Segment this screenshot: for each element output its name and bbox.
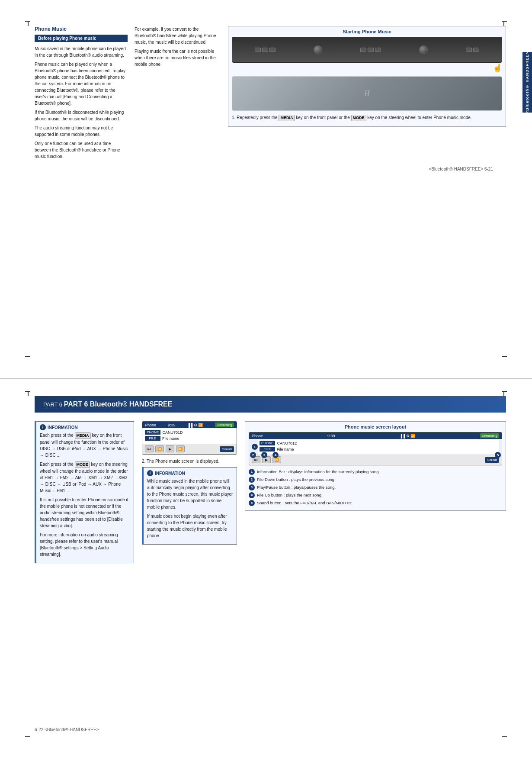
phone-layout-row-2: FILE File name [260,447,497,452]
num-badge-1: 1 [252,444,258,450]
phone-layout-time: 9:39 [327,434,335,438]
ctrl-knob-1 [314,45,322,54]
info-title-text-left: INFORMATION [48,425,78,430]
steering-wheel-image: H [232,76,502,111]
phone-screen-numbered: Phone 9:39 ▐▐ ⚙ 📶 Streaming 1 PHONE [249,432,502,465]
ctrl-prev: ⏪ [155,445,164,452]
margin-mark-v-top-right [503,21,504,26]
phone-screen-body: PHONE CANU701D FILE File name [142,428,237,444]
mid-para-1: For example, if you convert to the Bluet… [135,26,221,45]
streaming-badge: Streaming [215,423,234,427]
side-tab-text: <Bluetooth® HANDSFREE> [525,52,529,113]
num-badge-2: 2 [250,452,256,458]
info-icon-mid: i [147,470,153,476]
phone-layout-phone-val: CANU701D [277,441,297,445]
control-panel-image-wrapper: ☝ [232,37,502,73]
phone-row-1: PHONE CANU701D [145,430,234,435]
ctrl-btn-3 [269,48,276,52]
phone-layout-label: Phone [252,434,263,438]
footer-text-top: <Bluetooth® HANDSFREE> 6-21 [429,167,493,171]
margin-mark-bv-top-right [503,391,504,396]
phone-row-2: FILE File name [145,436,234,441]
top-page: <Bluetooth® HANDSFREE> Phone Music Befor… [0,0,532,379]
top-mid-column: For example, if you convert to the Bluet… [135,26,221,162]
info-title-text-mid: INFORMATION [155,471,185,476]
info-box-left: i INFORMATION Each press of the MEDIA ke… [35,421,134,563]
media-key-badge: MEDIA [279,115,295,122]
ctrl-btn-5 [368,48,374,52]
phone-screen-mockup: Phone 9:39 ▐▐ ⚙ 📶 Streaming PHONE CANU70… [142,421,237,455]
info-box-mid: i INFORMATION While music saved in the m… [142,467,237,545]
phone-label-phone: PHONE [145,430,160,435]
phone-value-phone: CANU701D [162,430,183,435]
sound-button: Sound [220,446,234,452]
num-badge-3: 3 [261,452,267,458]
info-title-left: i INFORMATION [40,424,130,430]
left-para-4: The audio streaming function may not be … [35,125,128,138]
margin-mark-b-bottom-left [25,736,30,737]
top-right-column: Starting Phone Music [228,26,506,162]
list-text-4: File Up button : plays the next song. [257,492,323,498]
list-text-3: Play/Pause button : plays/pauses the son… [257,484,336,490]
bottom-right-column: Phone music screen layout Phone 9:39 ▐▐ … [245,421,506,723]
left-para-1: Music saved in the mobile phone can be p… [35,45,128,58]
page-footer-top: <Bluetooth® HANDSFREE> 6-21 [35,167,506,171]
media-key-1: MEDIA [75,432,91,439]
ctrl-btn-7 [466,48,472,52]
phone-controls-bar: ⏮ ⏪ ▶ ⏩ Sound [142,444,237,454]
page-footer-bottom: 6-22 <Bluetooth® HANDSFREE> [35,727,506,732]
list-num-3: 3 [249,484,255,490]
phone-layout-file-val: File name [277,447,294,452]
list-item-3: 3 Play/Pause button : plays/pauses the s… [249,484,502,490]
list-num-4: 4 [249,492,255,498]
phone-signal-icons: ▐▐ ⚙ 📶 [187,423,203,427]
ctrl-next: ⏩ [176,445,185,452]
phone-music-title: Phone Music [35,26,128,32]
left-para-2: Phone music can be played only when a Bl… [35,61,128,106]
mode-key-1: MODE [75,461,90,468]
phone-screen-header: Phone 9:39 ▐▐ ⚙ 📶 Streaming [142,422,237,428]
phone-screen-layout-title: Phone music screen layout [249,424,502,429]
phone-value-file: File name [162,436,179,441]
left-para-3: If the Bluetooth® is disconnected while … [35,109,128,122]
ctrl-knob-2 [419,45,428,54]
ctrl-btn-row-1 [255,48,276,52]
bottom-left-column: i INFORMATION Each press of the MEDIA ke… [35,421,134,723]
bottom-page: PART 6 PART 6 Bluetooth® HANDSFREE i INF… [0,379,532,758]
margin-mark-b-bottom-right [502,736,507,737]
mid-para-2: Playing music from the car is not possib… [135,48,221,68]
ctrl-btn-6 [375,48,381,52]
phone-label-file: FILE [145,436,160,441]
phone-layout-body: PHONE CANU701D FILE File name [258,440,499,454]
top-left-column: Phone Music Before playing Phone music M… [35,26,128,162]
side-tab-bluetooth: <Bluetooth® HANDSFREE> [522,52,532,113]
list-text-1: Information Bar : displays information f… [257,469,380,474]
phone-layout-controls: 2 ⏮ 3 ▶ 4 ⏩ 5 Sound [249,455,502,465]
list-num-1: 1 [249,469,255,475]
list-text-5: Sound button : sets the FAD/BAL and BAS/… [257,500,354,506]
margin-mark-v-top-left [28,21,29,26]
margin-mark-bottom-right [502,356,507,357]
phone-label-header: Phone [145,423,156,427]
ctrl-play: ▶ [166,445,174,452]
finger-tap-indicator: ☝ [232,63,502,73]
screen-caption: 2. The Phone music screen is displayed. [142,458,237,464]
info-icon-left: i [40,424,46,430]
ctrl-btn-2 [262,48,268,52]
phone-time: 9:39 [168,423,176,427]
starting-phone-music-title: Starting Phone Music [232,29,502,34]
phone-layout-file-label: FILE [260,447,275,452]
numbered-list: 1 Information Bar : displays information… [249,469,502,506]
phone-layout-row-1: PHONE CANU701D [260,441,497,445]
bottom-content-area: i INFORMATION Each press of the MEDIA ke… [35,421,506,723]
info-bar-row: 1 PHONE CANU701D FILE File name [249,439,502,455]
mode-key-badge: MODE [351,115,366,122]
info-para-4: For more information on audio streaming … [40,532,130,558]
part-label: PART 6 [43,401,64,408]
bottom-mid-column: Phone 9:39 ▐▐ ⚙ 📶 Streaming PHONE CANU70… [142,421,237,723]
phone-layout-signal: ▐▐ ⚙ 📶 [400,434,416,438]
control-panel-image [232,37,502,63]
footer-text-bottom: 6-22 <Bluetooth® HANDSFREE> [35,727,99,732]
list-item-4: 4 File Up button : plays the next song. [249,492,502,498]
ctrl-btn-row-3 [466,48,479,52]
